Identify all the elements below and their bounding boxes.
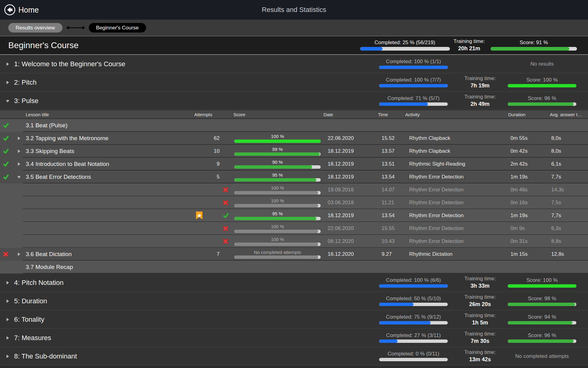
course-score-bar — [491, 47, 577, 51]
expand-icon[interactable] — [17, 149, 21, 153]
expand-icon[interactable] — [17, 136, 21, 140]
activity-cell: Rhythm Error Detection — [405, 171, 508, 183]
score-label: 100 % — [271, 237, 284, 242]
avg-answer-cell — [549, 261, 588, 274]
lesson-row: 3.1 Beat (Pulse) — [0, 119, 588, 132]
bookmark-icon[interactable] — [196, 212, 203, 220]
avg-answer-cell: 7,7s — [549, 209, 588, 222]
page-title: Results and Statistics — [0, 6, 588, 14]
home-label: Home — [18, 6, 39, 14]
module-training-value: 3h 33m — [470, 283, 489, 289]
module-training-label: Training time: — [464, 76, 496, 82]
score-label: 95 % — [272, 173, 283, 177]
attempts-cell: 7 — [194, 248, 233, 261]
score-label: 100 % — [271, 198, 284, 203]
module-row[interactable]: 7: MeasuresCompleted: 27 % (3/11)Trainin… — [0, 329, 588, 347]
module-score-label: Score: 100 % — [526, 278, 558, 283]
module-row[interactable]: 3: PulseCompleted: 71 % (5/7)Training ti… — [0, 92, 588, 110]
module-row[interactable]: 5: DurationCompleted: 50 % (5/10)Trainin… — [0, 292, 588, 310]
lesson-title: 3.2 Tapping with the Metronome — [26, 135, 108, 142]
lesson-title-cell: 3.5 Beat Error Detections — [0, 171, 194, 183]
module-completed-stat: Completed: 75 % (9/12) — [368, 310, 459, 328]
collapse-icon[interactable] — [6, 99, 10, 103]
module-score-stat: Score: 94 % — [507, 310, 577, 328]
score-cell — [233, 261, 323, 274]
attempts-cell — [194, 119, 233, 132]
module-row[interactable]: 2: PitchCompleted: 100 % (7/7)Training t… — [0, 73, 588, 92]
lesson-title-cell: 3.7 Module Recap — [0, 261, 194, 274]
expand-icon[interactable] — [6, 354, 9, 358]
module-training-value: 13m 42s — [469, 357, 491, 363]
module-score-label: Score: 100 % — [526, 77, 558, 83]
module-score-text: No completed attempts — [515, 353, 569, 359]
course-completed-bar — [360, 47, 450, 51]
attempt-row: 100 %08.12.202010.43Rhythm Error Detecti… — [0, 235, 588, 248]
module-row[interactable]: 1: Welcome to the Beginner's CourseCompl… — [0, 55, 588, 73]
date-cell: 16.12.2020 — [323, 248, 378, 261]
module-score-stat: Score: 96 % — [507, 92, 577, 110]
lesson-row[interactable]: 3.5 Beat Error Detections595 %18.12.2019… — [0, 171, 588, 183]
course-score-label: Score: 91 % — [520, 40, 548, 46]
breadcrumb-results-overview[interactable]: Results overview — [8, 23, 62, 33]
module-completed-bar — [379, 84, 448, 87]
duration-cell: 1m 19s — [508, 209, 549, 222]
expand-icon[interactable] — [6, 336, 9, 340]
expand-icon[interactable] — [6, 62, 9, 66]
expand-icon[interactable] — [17, 162, 21, 166]
lesson-passed-icon — [3, 136, 9, 141]
course-completed-stat: Completed: 25 % (56/219) — [359, 36, 451, 54]
activity-cell: Rhythm Clapback — [405, 132, 508, 145]
expand-icon[interactable] — [6, 281, 9, 285]
lesson-title-cell: 3.1 Beat (Pulse) — [0, 119, 194, 132]
lesson-row[interactable]: 3.3 Skipping Beats1099 %18.12.201913.57R… — [0, 145, 588, 158]
attempts-cell: 10 — [194, 145, 233, 158]
module-training-label: Training time: — [464, 313, 496, 319]
avg-answer-cell: 7,7s — [549, 171, 588, 183]
expand-icon[interactable] — [6, 80, 9, 84]
lesson-row[interactable]: 3.2 Tapping with the Metronome62100 %22.… — [0, 132, 588, 145]
column-header-7: Avg. answer t… — [549, 110, 588, 118]
breadcrumb-current-course[interactable]: Beginner's Course — [89, 23, 146, 33]
score-cell: 100 % — [233, 183, 323, 196]
module-training-label: Training time: — [464, 350, 496, 355]
date-cell: 22.06.2020 — [323, 222, 378, 235]
module-row[interactable]: 4: Pitch NotationCompleted: 100 % (6/6)T… — [0, 274, 588, 292]
attempt-status-cell — [194, 222, 233, 235]
attempt-indent-cell — [0, 209, 194, 222]
time-cell: 13.54 — [378, 209, 405, 222]
module-score-stat: No results — [507, 55, 577, 73]
module-training-label: Training time: — [464, 294, 496, 300]
top-bar: Home Results and Statistics — [0, 0, 588, 20]
score-cell: 100 % — [233, 235, 323, 248]
score-label: 100 % — [271, 186, 284, 190]
lesson-row[interactable]: 3.4 Introduction to Beat Notation990 %18… — [0, 158, 588, 171]
duration-cell: 0m 16s — [508, 196, 549, 209]
module-row[interactable]: 8: The Sub-dominantCompleted: 0 % (0/11)… — [0, 347, 588, 366]
score-label: 90 % — [272, 160, 283, 164]
module-score-bar — [508, 303, 576, 306]
expand-icon[interactable] — [6, 317, 9, 321]
module-completed-stat: Completed: 100 % (6/6) — [368, 274, 459, 292]
collapse-icon[interactable] — [17, 175, 21, 179]
expand-icon[interactable] — [6, 299, 9, 303]
attempt-status-cell — [194, 183, 233, 196]
date-cell: 18.12.2019 — [323, 171, 378, 183]
module-title: 5: Duration — [14, 297, 47, 305]
date-cell: 18.12.2019 — [323, 145, 378, 158]
module-completed-stat: Completed: 0 % (0/11) — [368, 347, 459, 365]
module-completed-bar — [379, 339, 448, 343]
score-cell: 99 % — [233, 145, 323, 158]
expand-icon[interactable] — [17, 252, 21, 256]
back-arrow-icon — [4, 4, 16, 16]
attempt-status-cell — [194, 235, 233, 248]
duration-cell: 1m 15s — [508, 248, 549, 261]
score-label: No completed attempts — [254, 250, 301, 255]
breadcrumb-label: Results overview — [16, 25, 55, 31]
lesson-row[interactable]: 3.6 Beat Dictation7No completed attempts… — [0, 248, 588, 261]
module-row[interactable]: 6: TonalityCompleted: 75 % (9/12)Trainin… — [0, 310, 588, 329]
course-completed-label: Completed: 25 % (56/219) — [375, 40, 435, 46]
home-button[interactable]: Home — [4, 4, 39, 16]
module-training-value: 26m 20s — [469, 301, 491, 308]
module-training-value: 7m 30s — [471, 338, 489, 344]
activity-cell: Rhythm Error Detection — [405, 209, 508, 222]
